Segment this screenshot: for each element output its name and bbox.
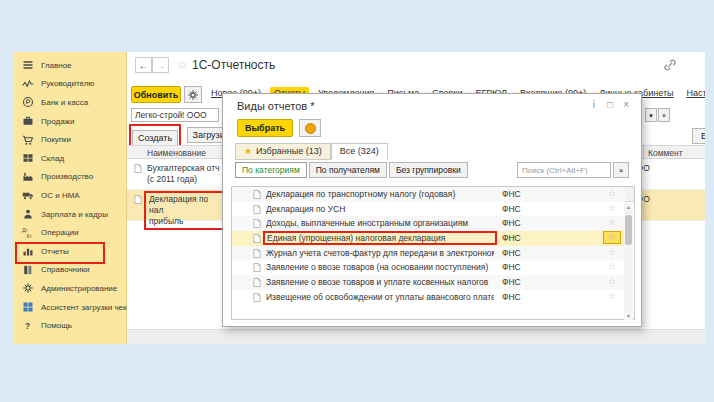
sidebar-item-main[interactable]: Главное [13,56,126,75]
favorite-star-icon[interactable]: ☆ [177,58,188,72]
sidebar-item-receipt-assistant[interactable]: Ассистент загрузки чеков [13,298,126,317]
recipient-cell: ФНС [502,204,521,214]
gear-icon [21,282,34,295]
sidebar-item-reports[interactable]: Отчеты [13,242,126,261]
report-type-name: Декларация по УСН [266,204,494,214]
search-clear-button[interactable]: × [613,162,629,178]
dialog-close-button[interactable]: × [623,99,629,111]
dialog-tabs: ★Избранные (13)Все (324) [235,143,388,160]
document-icon [252,277,262,288]
report-name: Бухгалтерская отч(с 2011 года) [147,163,219,185]
favorite-star-icon[interactable]: ☆ [608,203,616,213]
sidebar-item-label: Производство [41,172,93,181]
back-button[interactable]: ← [135,57,152,73]
recent-button[interactable] [299,119,321,137]
document-icon [252,233,262,244]
report-types-dialog: Виды отчетов * i □ × Выбрать ★Избранные … [222,93,642,327]
dialog-tab-all[interactable]: Все (324) [331,143,388,160]
organization-filter[interactable]: Легко-строй! ООО [131,108,219,122]
search-input[interactable] [517,162,611,178]
recipient-cell: ФНС [502,248,521,258]
group-button-2[interactable]: Без группировки [389,162,468,178]
tab-label: Избранные (13) [256,146,322,156]
cart-icon [21,133,34,146]
report-type-name: Журнал учета счетов-фактур для передачи … [266,248,494,258]
document-icon [133,163,143,174]
sidebar-item-manager[interactable]: Руководителю [13,75,126,94]
create-button[interactable]: Создать [132,130,178,146]
list-item[interactable]: Заявление о ввозе товаров (на основании … [232,260,625,275]
sidebar-item-administration[interactable]: Администрирование [13,279,126,298]
recipient-cell: ФНС [502,277,521,287]
group-button-0[interactable]: По категориям [235,162,307,178]
sidebar-item-purchases[interactable]: Покупки [13,130,126,149]
list-item[interactable]: Доходы, выплаченные иностранным организа… [232,216,625,231]
scroll-up-icon[interactable]: ▲ [624,203,633,211]
favorite-star-icon[interactable]: ☆ [608,276,616,286]
list-item[interactable]: Декларация по транспортному налогу (годо… [232,187,625,202]
main-table-footer [127,329,705,344]
group-button-1[interactable]: По получателям [309,162,387,178]
dialog-info-button[interactable]: i [593,99,595,111]
list-body: Декларация по транспортному налогу (годо… [232,187,634,305]
bank-icon [21,96,34,109]
chart-icon [21,245,34,258]
clock-icon [305,123,316,134]
grouping-buttons: По категориямПо получателямБез группиров… [235,162,468,178]
sidebar-item-label: Продажи [41,117,74,126]
column-comment: Коммент [648,148,683,158]
person-icon [21,208,34,221]
sidebar-item-label: Покупки [41,135,71,144]
pulse-icon [21,77,34,90]
help-icon: ? [21,319,34,332]
favorite-star-icon[interactable]: ☆ [608,291,616,301]
scrollbar-thumb[interactable] [625,215,632,245]
sidebar-item-production[interactable]: Производство [13,168,126,187]
sidebar-item-operations[interactable]: ДтКтОперации [13,223,126,242]
list-item[interactable]: Извещение об освобождении от уплаты аван… [232,290,625,305]
link-icon[interactable] [663,58,677,72]
recipient-cell: ФНС [502,218,521,228]
sidebar-item-bank-cash[interactable]: Банк и касса [13,93,126,112]
favorite-star-icon[interactable]: ☆ [608,188,616,198]
star-icon: ★ [244,146,252,156]
sidebar-item-sales[interactable]: Продажи [13,112,126,131]
report-type-name: Декларация по транспортному налогу (годо… [266,189,494,199]
page-title: 1С-Отчетность [192,58,275,72]
list-item[interactable]: Заявление о ввозе товаров и уплате косве… [232,275,625,290]
sidebar-item-salary-hr[interactable]: Зарплата и кадры [13,205,126,224]
sidebar-item-label: Зарплата и кадры [41,210,108,219]
recipient-cell: ФНС [502,262,521,272]
search-dropdown-button[interactable]: ▾ [645,108,657,122]
list-item[interactable]: Журнал учета счетов-фактур для передачи … [232,246,625,261]
svg-text:?: ? [25,322,30,331]
dialog-tab-favorites[interactable]: ★Избранные (13) [235,143,331,160]
more-button[interactable]: Е [692,128,705,144]
sidebar-item-label: Справочники [41,265,89,274]
refresh-button[interactable]: Обновить [131,86,181,103]
sidebar-item-warehouse[interactable]: Склад [13,149,126,168]
toolbar-tab-8[interactable]: Настройки [687,88,706,98]
scroll-down-icon[interactable]: ▼ [624,312,633,320]
refresh-settings-button[interactable] [184,86,202,103]
list-item[interactable]: Единая (упрощенная) налоговая декларация… [232,231,625,246]
sidebar-item-directories[interactable]: Справочники [13,261,126,280]
recipient-cell: ФНС [502,292,521,302]
dialog-maximize-button[interactable]: □ [607,99,613,111]
list-scrollbar[interactable]: ▲ ▼ [624,203,633,320]
favorite-star-icon[interactable]: ☆ [608,247,616,257]
favorite-star-icon[interactable]: ☆ [608,261,616,271]
favorite-star-icon[interactable]: ☆ [608,217,616,227]
assistant-icon [21,301,34,314]
favorite-star-icon[interactable]: ☆ [603,231,621,244]
sidebar-item-label: Операции [41,228,78,237]
report-type-name: Единая (упрощенная) налоговая декларация [263,231,497,245]
forward-button[interactable]: → [152,57,169,73]
list-item[interactable]: Декларация по УСНФНС☆ [232,202,625,217]
select-button[interactable]: Выбрать [237,119,293,137]
sidebar-item-help[interactable]: ?Помощь [13,316,126,335]
report-type-name: Заявление о ввозе товаров и уплате косве… [266,277,494,287]
sidebar-item-fixed-assets[interactable]: ОС и НМА [13,186,126,205]
search-clear-button[interactable]: × [658,108,670,122]
report-type-name: Извещение об освобождении от уплаты аван… [266,292,494,302]
